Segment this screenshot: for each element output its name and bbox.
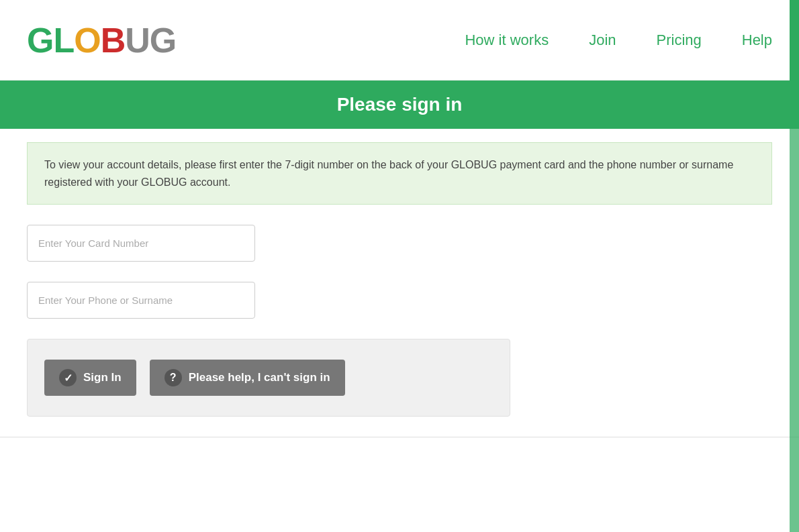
logo-b: B <box>101 21 126 60</box>
page-divider <box>0 437 799 437</box>
help-button[interactable]: ? Please help, I can't sign in <box>150 360 345 396</box>
nav-pricing[interactable]: Pricing <box>657 32 702 49</box>
logo-gl: GL <box>27 21 74 60</box>
header: GLOBUG How it works Join Pricing Help <box>0 0 799 81</box>
signin-button[interactable]: ✓ Sign In <box>44 360 136 396</box>
logo-text: GLOBUG <box>27 23 176 58</box>
form-area <box>0 218 799 319</box>
help-button-label: Please help, I can't sign in <box>189 371 330 384</box>
info-text: To view your account details, please fir… <box>44 156 755 191</box>
card-number-input[interactable] <box>27 225 255 262</box>
signin-banner: Please sign in <box>0 81 799 129</box>
nav-join[interactable]: Join <box>589 32 616 49</box>
phone-surname-input[interactable] <box>27 282 255 319</box>
signin-button-label: Sign In <box>83 371 122 384</box>
nav-how-it-works[interactable]: How it works <box>465 32 549 49</box>
buttons-area: ✓ Sign In ? Please help, I can't sign in <box>27 339 510 417</box>
logo-ug: UG <box>125 21 176 60</box>
logo-o: O <box>74 21 100 60</box>
logo: GLOBUG <box>27 23 176 58</box>
nav: How it works Join Pricing Help <box>465 32 772 49</box>
signin-icon: ✓ <box>59 369 77 386</box>
help-icon: ? <box>164 369 182 386</box>
signin-title: Please sign in <box>27 94 772 115</box>
info-box: To view your account details, please fir… <box>27 142 772 205</box>
nav-help[interactable]: Help <box>742 32 772 49</box>
main-content: Please sign in To view your account deta… <box>0 81 799 437</box>
right-scrollbar-accent <box>790 0 799 532</box>
